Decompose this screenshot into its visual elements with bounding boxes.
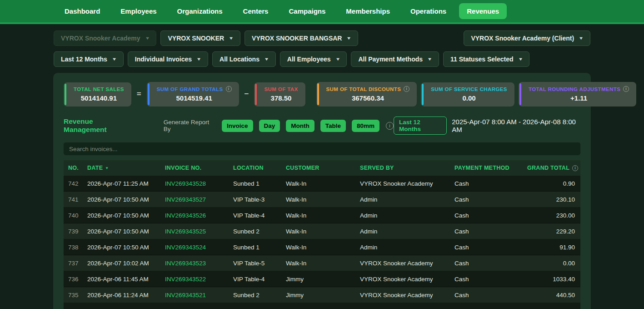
info-icon: i <box>404 86 409 92</box>
cell-customer: Walk-In <box>286 196 360 203</box>
report-info-icon[interactable]: i <box>386 122 394 130</box>
table-row[interactable]: 7412026-Apr-07 10:50 AMINV269343527VIP T… <box>64 192 580 208</box>
nav-item-memberships[interactable]: Memberships <box>338 3 398 19</box>
filter-dropdown-all-employees[interactable]: All Employees▼ <box>280 51 347 67</box>
col-header-label: PAYMENT METHOD <box>454 165 509 171</box>
card-label-row: SUM OF TOTAL DISCOUNTSi <box>326 86 410 92</box>
nav-item-employees[interactable]: Employees <box>113 3 164 19</box>
card-value: +1.11 <box>529 94 629 102</box>
table-row[interactable]: 7402026-Apr-07 10:50 AMINV269343526VIP T… <box>64 208 580 223</box>
cell-invoice[interactable]: INV269343522 <box>165 276 233 283</box>
chevron-down-icon: ▼ <box>335 57 340 61</box>
search-input[interactable] <box>64 142 580 155</box>
period-badge[interactable]: Last 12 Months <box>394 117 447 135</box>
chevron-down-icon: ▼ <box>264 57 270 61</box>
cell-location: Sunbed 1 <box>233 180 286 187</box>
cell-grand-total: 440.50 <box>527 292 575 299</box>
report-by-day-button[interactable]: Day <box>259 120 280 132</box>
cell-payment: Cash <box>454 308 527 309</box>
chevron-down-icon: ▼ <box>112 57 117 61</box>
cell-payment: Cash <box>454 228 527 235</box>
sort-desc-icon: ▼ <box>105 166 109 170</box>
table-row[interactable]: 7352026-Apr-06 11:24 AMINV269343521Sunbe… <box>64 287 580 303</box>
nav-item-operations[interactable]: Operations <box>403 3 454 19</box>
table-row[interactable]: 7362026-Apr-06 11:45 AMINV269343522VIP T… <box>64 271 580 287</box>
filter-dropdown-11-statuses-selected[interactable]: 11 Statuses Selected▼ <box>443 51 529 67</box>
cell-invoice[interactable]: INV269343528 <box>165 180 233 187</box>
col-header-grand-total: GRAND TOTALi <box>527 165 578 171</box>
cell-grand-total: 91.90 <box>527 244 575 251</box>
chevron-down-icon: ▼ <box>579 36 584 41</box>
cell-customer: Walk-In <box>286 180 360 187</box>
cell-invoice[interactable]: INV269343526 <box>165 212 233 219</box>
cell-invoice[interactable]: INV269343523 <box>165 260 233 267</box>
table-body: 7422026-Apr-07 11:25 AMINV269343528Sunbe… <box>64 176 580 309</box>
filters-row-2: Last 12 Months▼Individual Invoices▼All L… <box>0 51 644 67</box>
report-by-table-button[interactable]: Table <box>320 120 346 132</box>
report-by-80mm-button[interactable]: 80mm <box>352 120 379 132</box>
dropdown-label: 11 Statuses Selected <box>450 56 514 63</box>
cell-location: VIP Table-4 <box>233 276 286 283</box>
cell-no: 740 <box>68 212 87 219</box>
report-toolbar: Revenue Management Generate Report By In… <box>64 117 580 135</box>
nav-item-centers[interactable]: Centers <box>235 3 276 19</box>
col-header-payment-method: PAYMENT METHOD <box>454 165 527 171</box>
card-accent-bar <box>65 84 66 105</box>
cell-customer: Walk-In <box>286 260 360 267</box>
client-filter-label: VYROX Snooker Academy (Client) <box>471 35 574 42</box>
card-label-row: TOTAL ROUNDING ADJUSTMENTSi <box>529 86 629 92</box>
cell-customer: Walk-In <box>286 228 360 235</box>
col-header-invoice-no: INVOICE NO. <box>165 165 233 171</box>
filter-dropdown-individual-invoices[interactable]: Individual Invoices▼ <box>128 51 208 67</box>
card-accent-bar <box>148 83 150 105</box>
col-header-label: LOCATION <box>233 165 264 171</box>
chevron-down-icon: ▼ <box>346 36 352 41</box>
card-label-text: SUM OF TOTAL DISCOUNTS <box>326 86 401 92</box>
cell-date: 2026-Apr-06 11:24 AM <box>87 308 165 309</box>
cell-grand-total: 230.10 <box>527 196 575 203</box>
report-by-month-button[interactable]: Month <box>286 120 314 132</box>
nav-item-organizations[interactable]: Organizations <box>170 3 230 19</box>
cell-customer: Jimmy <box>286 276 360 283</box>
nav-item-campaigns[interactable]: Campaigns <box>281 3 333 19</box>
table-header-row: NO.DATE▼INVOICE NO.LOCATIONCUSTOMERSERVE… <box>64 160 580 176</box>
date-range-text: 2025-Apr-07 8:00 AM - 2026-Apr-08 8:00 A… <box>452 118 580 133</box>
col-header-label: NO. <box>68 165 79 171</box>
nav-item-dashboard[interactable]: Dashboard <box>57 3 108 19</box>
dropdown-label: All Locations <box>220 56 260 63</box>
cell-customer: Jimmy <box>286 292 360 299</box>
report-buttons-group: InvoiceDayMonthTable80mm <box>222 120 379 132</box>
cell-customer: Walk-In <box>286 244 360 251</box>
cell-invoice[interactable]: INV269343520 <box>165 308 233 309</box>
summary-card-sum-of-grand-totals: SUM OF GRAND TOTALSi5014519.41 <box>147 82 239 106</box>
cell-served-by: Admin <box>360 228 454 235</box>
report-by-invoice-button[interactable]: Invoice <box>222 120 253 132</box>
filter-dropdown-all-locations[interactable]: All Locations▼ <box>212 51 276 67</box>
table-row[interactable]: 7422026-Apr-07 11:25 AMINV269343528Sunbe… <box>64 176 580 192</box>
cell-invoice[interactable]: INV269343524 <box>165 244 233 251</box>
cell-invoice[interactable]: INV269343521 <box>165 292 233 299</box>
cell-date: 2026-Apr-06 11:24 AM <box>87 292 165 299</box>
cell-location: VIP Table-5 <box>233 260 286 267</box>
col-header-location: LOCATION <box>233 165 286 171</box>
cell-invoice[interactable]: INV269343525 <box>165 228 233 235</box>
cell-invoice[interactable]: INV269343527 <box>165 196 233 203</box>
filter-dropdown-vyrox-snooker[interactable]: VYROX SNOOKER▼ <box>160 30 240 46</box>
card-label-row: SUM OF SERVICE CHARGES <box>431 86 507 92</box>
table-row[interactable]: 7342026-Apr-06 11:24 AMINV269343520Sunbe… <box>64 303 580 309</box>
col-header-customer: CUSTOMER <box>286 165 360 171</box>
chevron-down-icon: ▼ <box>229 36 234 41</box>
table-row[interactable]: 7382026-Apr-07 10:50 AMINV269343524Sunbe… <box>64 239 580 255</box>
filter-dropdown-all-payment-methods[interactable]: All Payment Methods▼ <box>351 51 439 67</box>
col-header-date[interactable]: DATE▼ <box>87 165 165 171</box>
filter-dropdown-vyrox-snooker-bangsar[interactable]: VYROX SNOOKER BANGSAR▼ <box>245 30 358 46</box>
filter-dropdown-last-12-months[interactable]: Last 12 Months▼ <box>54 51 124 67</box>
col-header-label: CUSTOMER <box>286 165 320 171</box>
cell-payment: Cash <box>454 212 527 219</box>
table-row[interactable]: 7372026-Apr-07 10:02 AMINV269343523VIP T… <box>64 255 580 271</box>
col-header-served-by: SERVED BY <box>360 165 454 171</box>
nav-item-revenues[interactable]: Revenues <box>459 3 507 19</box>
table-row[interactable]: 7392026-Apr-07 10:50 AMINV269343525Sunbe… <box>64 223 580 239</box>
cell-location: VIP Table-4 <box>233 212 286 219</box>
client-filter-dropdown[interactable]: VYROX Snooker Academy (Client) ▼ <box>464 30 590 46</box>
